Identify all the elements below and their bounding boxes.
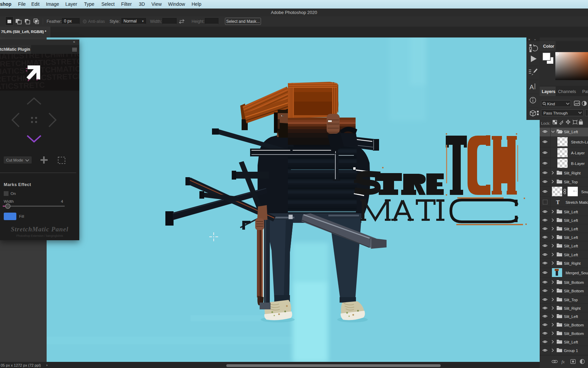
svg-text:Fill: Fill	[19, 214, 24, 218]
svg-text:Slit_Right: Slit_Right	[564, 171, 581, 175]
svg-text:Channels: Channels	[558, 89, 576, 94]
svg-text:Slit_Top: Slit_Top	[564, 298, 578, 302]
svg-text:Slit_Left: Slit_Left	[564, 210, 578, 214]
svg-text:Slit_Left: Slit_Left	[564, 315, 578, 319]
svg-text:Stretch-La: Stretch-La	[571, 140, 588, 144]
svg-text:4: 4	[61, 199, 63, 203]
svg-text:fx: fx	[561, 359, 565, 364]
svg-text:Slit_Right: Slit_Right	[564, 306, 581, 310]
svg-text:Stretch Matic: Stretch Matic	[566, 200, 588, 204]
svg-text:B-Layer: B-Layer	[571, 162, 585, 166]
svg-text:Slit_Left: Slit_Left	[564, 244, 578, 248]
svg-text:Slit_Right: Slit_Right	[564, 261, 581, 265]
svg-text:Lock:: Lock:	[541, 121, 551, 125]
svg-text:Layers: Layers	[542, 89, 555, 94]
svg-text:Group 1: Group 1	[564, 349, 578, 353]
svg-text:Slit_Left: Slit_Left	[564, 340, 578, 344]
svg-text:Slit_Left: Slit_Left	[564, 218, 578, 223]
svg-text:Merged_Sourc: Merged_Sourc	[566, 271, 588, 275]
svg-text:Slit_Left: Slit_Left	[564, 253, 578, 257]
svg-text:Slit_Left: Slit_Left	[564, 130, 578, 134]
svg-text:Slit_Bottom: Slit_Bottom	[564, 332, 584, 336]
svg-text:Marks Effect: Marks Effect	[4, 182, 31, 187]
svg-text:Slit_Left: Slit_Left	[564, 235, 578, 240]
svg-text:Slit_Top: Slit_Top	[564, 180, 578, 184]
svg-text:A: A	[529, 83, 534, 91]
svg-text:Cut Mode: Cut Mode	[6, 158, 23, 162]
svg-text:»: »	[534, 38, 536, 41]
svg-text:Pass Through: Pass Through	[543, 111, 568, 115]
svg-text:A-Layer: A-Layer	[571, 151, 585, 155]
svg-text:Kind: Kind	[547, 102, 555, 106]
svg-text:Color: Color	[543, 44, 554, 49]
svg-text:On: On	[11, 191, 16, 196]
svg-text:Slit_Bottom: Slit_Bottom	[564, 280, 584, 285]
svg-text:Pat: Pat	[582, 89, 588, 94]
svg-text:✕: ✕	[528, 38, 530, 41]
svg-text:Slit_Bottom: Slit_Bottom	[564, 289, 584, 293]
svg-text:Slit_Bottom: Slit_Bottom	[564, 323, 584, 327]
svg-text:T: T	[556, 199, 560, 205]
svg-text:Slit_Left: Slit_Left	[564, 227, 578, 231]
svg-text:Width: Width	[4, 199, 14, 203]
svg-text:Sou: Sou	[581, 190, 588, 194]
